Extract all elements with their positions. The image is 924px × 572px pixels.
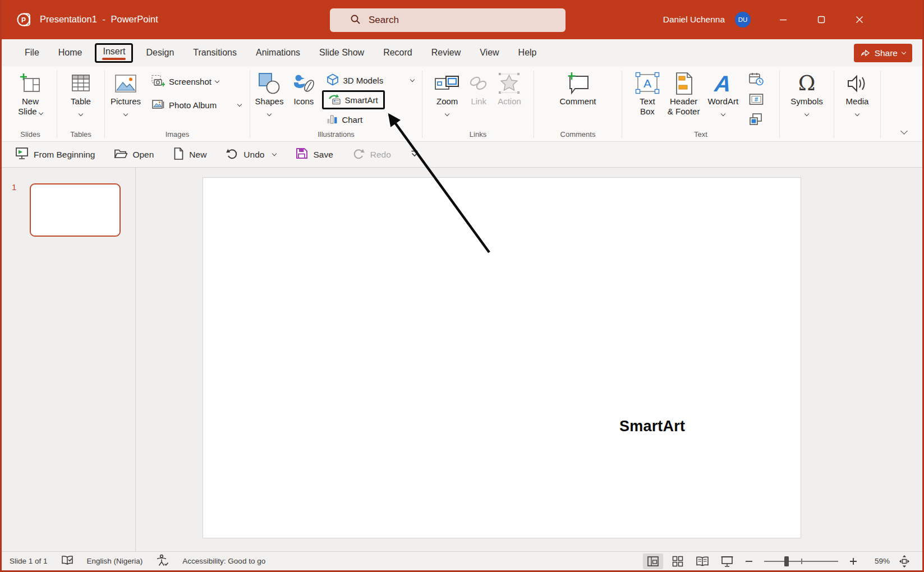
pictures-button[interactable]: Pictures — [107, 68, 145, 116]
open-folder-icon — [114, 148, 127, 162]
group-links: Zoom Link Action Links — [422, 66, 534, 141]
new-file-icon — [173, 147, 184, 163]
svg-text:P: P — [21, 16, 26, 24]
comment-button[interactable]: Comment — [555, 68, 600, 108]
share-button[interactable]: Share — [854, 44, 912, 62]
slide-surface[interactable] — [203, 177, 801, 538]
smartart-button[interactable]: SmartArt — [322, 90, 385, 109]
date-time-button[interactable] — [744, 70, 768, 90]
open-button[interactable]: Open — [114, 148, 154, 162]
view-slideshow-button[interactable] — [717, 553, 737, 569]
object-button[interactable] — [744, 110, 768, 130]
annotation-label: SmartArt — [619, 418, 685, 435]
icons-duck-leaf-icon — [291, 71, 316, 96]
chevron-down-icon[interactable] — [272, 151, 277, 156]
group-tables: Table Tables — [57, 66, 104, 141]
qat-overflow-button[interactable] — [410, 150, 419, 160]
chevron-down-icon — [237, 102, 242, 106]
accessibility-status[interactable]: Accessibility: Good to go — [182, 557, 265, 565]
from-beginning-button[interactable]: From Beginning — [15, 147, 95, 162]
view-normal-button[interactable] — [643, 553, 663, 569]
spellcheck-icon[interactable] — [61, 555, 73, 568]
tab-file[interactable]: File — [15, 42, 49, 63]
minimize-button[interactable] — [773, 10, 793, 29]
thumbnail-panel: 1 — [2, 168, 136, 551]
avatar[interactable]: DU — [735, 12, 751, 27]
tab-transitions[interactable]: Transitions — [183, 42, 246, 63]
accessibility-icon[interactable] — [156, 554, 169, 568]
tab-help[interactable]: Help — [509, 42, 546, 63]
media-speaker-icon — [846, 71, 868, 96]
symbols-button[interactable]: Ω Symbols — [787, 68, 827, 116]
chevron-down-icon — [805, 112, 809, 116]
tab-view[interactable]: View — [470, 42, 508, 63]
status-bar: Slide 1 of 1 English (Nigeria) Accessibi… — [2, 551, 922, 570]
new-button[interactable]: New — [173, 147, 206, 163]
slide-number-icon: # — [749, 93, 764, 107]
undo-button[interactable]: Undo — [226, 147, 276, 162]
chevron-down-icon — [445, 112, 449, 116]
save-button[interactable]: Save — [295, 147, 333, 162]
comment-icon — [566, 71, 590, 96]
language-button[interactable]: English (Nigeria) — [87, 557, 143, 565]
chart-icon — [327, 113, 338, 126]
undo-icon — [226, 147, 238, 162]
view-slide-sorter-button[interactable] — [668, 553, 688, 569]
table-button[interactable]: Table — [66, 68, 95, 116]
media-button[interactable]: Media — [842, 68, 873, 116]
zoom-percentage-button[interactable]: 59% — [865, 557, 890, 565]
redo-icon — [352, 147, 365, 162]
tab-slide-show[interactable]: Slide Show — [310, 42, 374, 63]
slide-thumbnail[interactable] — [30, 183, 121, 237]
text-box-button[interactable]: A Text Box — [631, 68, 664, 118]
view-reading-button[interactable] — [692, 553, 712, 569]
maximize-button[interactable] — [811, 10, 831, 29]
tab-review[interactable]: Review — [422, 42, 470, 63]
group-comments: Comment Comments — [534, 66, 622, 141]
fit-to-window-button[interactable] — [894, 553, 914, 569]
tab-home[interactable]: Home — [49, 42, 92, 63]
workspace: 1 SmartArt — [2, 168, 922, 551]
chart-button[interactable]: Chart — [322, 110, 419, 129]
svg-text:#: # — [755, 95, 758, 102]
shapes-button[interactable]: Shapes — [251, 68, 288, 116]
zoom-slider[interactable] — [764, 556, 838, 567]
search-icon — [350, 14, 361, 27]
search-box[interactable]: Search — [330, 8, 566, 32]
chevron-down-icon — [215, 78, 219, 82]
search-label: Search — [369, 15, 399, 26]
zoom-button[interactable]: Zoom — [431, 68, 463, 116]
3d-cube-icon — [327, 73, 339, 87]
3d-models-button[interactable]: 3D Models — [322, 71, 419, 90]
group-label-slides: Slides — [4, 130, 57, 141]
tab-insert[interactable]: Insert — [95, 43, 133, 63]
ribbon-tab-row: File Home Insert Design Transitions Anim… — [2, 39, 922, 66]
new-slide-icon — [19, 71, 42, 96]
wordart-button[interactable]: A WordArt — [704, 68, 742, 116]
chevron-down-icon — [855, 112, 859, 116]
tab-animations[interactable]: Animations — [246, 42, 310, 63]
close-button[interactable] — [849, 10, 870, 29]
zoom-slides-icon — [435, 71, 459, 96]
wordart-icon: A — [714, 72, 732, 95]
group-label-tables: Tables — [57, 130, 104, 141]
photo-album-icon — [151, 99, 165, 112]
screenshot-button[interactable]: Screenshot — [147, 71, 246, 92]
zoom-in-button[interactable] — [846, 553, 861, 569]
group-label-illustrations: Illustrations — [250, 130, 422, 141]
ribbon-collapse-button[interactable] — [902, 126, 907, 136]
group-label-images: Images — [105, 130, 250, 141]
zoom-slider-handle[interactable] — [784, 556, 789, 566]
photo-album-button[interactable]: Photo Album — [147, 94, 246, 116]
header-footer-button[interactable]: Header & Footer — [664, 68, 704, 118]
group-separator — [880, 71, 881, 138]
new-slide-button[interactable]: New Slide — [14, 68, 47, 118]
zoom-out-button[interactable] — [742, 553, 756, 569]
action-star-icon — [498, 71, 521, 96]
slide-number-button[interactable]: # — [744, 90, 768, 110]
group-text: A Text Box Header & Footer A WordArt — [622, 66, 779, 141]
tab-design[interactable]: Design — [136, 42, 183, 63]
icons-button[interactable]: Icons — [287, 68, 320, 108]
tab-record[interactable]: Record — [374, 42, 422, 63]
table-icon — [70, 71, 91, 96]
